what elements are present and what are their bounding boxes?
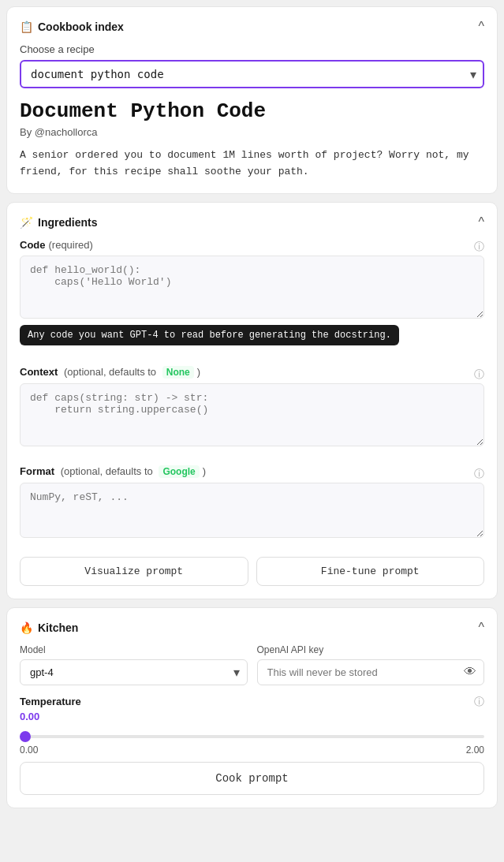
code-field-group: Code (required) ⓘ Any code you want GPT-…	[20, 239, 484, 353]
format-field-label: Format (optional, defaults to Google )	[20, 465, 206, 478]
code-field-label: Code (required)	[20, 239, 93, 251]
ingredients-collapse-icon[interactable]: ^	[478, 215, 484, 229]
code-tooltip: Any code you want GPT-4 to read before g…	[20, 325, 399, 345]
format-default-value: Google	[159, 465, 199, 478]
cookbook-collapse-icon[interactable]: ^	[478, 20, 484, 34]
kitchen-title-text: Kitchen	[38, 621, 78, 634]
format-closing: )	[203, 465, 206, 477]
context-field-row: Context (optional, defaults to None ) ⓘ	[20, 366, 484, 383]
slider-min: 0.00	[20, 744, 38, 756]
eye-icon[interactable]: 👁	[464, 665, 476, 679]
recipe-title: Document Python Code	[20, 99, 484, 123]
model-field: Model gpt-4 ▾	[20, 644, 248, 685]
kitchen-collapse-icon[interactable]: ^	[478, 621, 484, 635]
cook-prompt-button[interactable]: Cook prompt	[20, 762, 484, 795]
ingredients-icon: 🪄	[20, 216, 33, 229]
cookbook-header: 📋 Cookbook index ^	[20, 20, 484, 34]
kitchen-icon: 🔥	[20, 621, 33, 634]
code-label-text: Code	[20, 239, 46, 251]
format-field-row: Format (optional, defaults to Google ) ⓘ	[20, 465, 484, 483]
format-field-group: Format (optional, defaults to Google ) ⓘ	[20, 465, 484, 544]
temperature-value: 0.00	[20, 711, 484, 722]
model-select[interactable]: gpt-4	[20, 659, 248, 685]
format-textarea[interactable]	[20, 483, 484, 538]
api-key-wrapper: 👁	[257, 659, 485, 685]
model-label: Model	[20, 644, 248, 655]
api-key-field: OpenAI API key 👁	[257, 644, 485, 685]
ingredients-title-text: Ingredients	[38, 216, 97, 229]
finetune-prompt-button[interactable]: Fine-tune prompt	[256, 557, 485, 586]
code-textarea[interactable]	[20, 256, 484, 319]
ingredients-header: 🪄 Ingredients ^	[20, 215, 484, 229]
temperature-slider[interactable]	[20, 735, 484, 738]
temperature-label: Temperature	[20, 696, 81, 707]
choose-recipe-label: Choose a recipe	[20, 43, 484, 55]
recipe-select[interactable]: document_python_code	[20, 60, 484, 88]
cookbook-title: 📋 Cookbook index	[20, 21, 124, 33]
context-optional-text: (optional, defaults to	[61, 366, 159, 378]
context-info-icon[interactable]: ⓘ	[474, 368, 484, 382]
context-field-label: Context (optional, defaults to None )	[20, 366, 200, 379]
api-key-label: OpenAI API key	[257, 644, 485, 655]
context-textarea[interactable]	[20, 383, 484, 446]
recipe-author: By @nachollorca	[20, 126, 484, 138]
api-key-input[interactable]	[257, 659, 485, 685]
model-select-wrapper: gpt-4 ▾	[20, 659, 248, 685]
slider-wrapper	[20, 727, 484, 741]
cookbook-title-text: Cookbook index	[38, 21, 124, 33]
kitchen-grid: Model gpt-4 ▾ OpenAI API key 👁	[20, 644, 484, 685]
kitchen-section: 🔥 Kitchen ^ Model gpt-4 ▾ OpenAI API key…	[6, 607, 498, 808]
kitchen-title: 🔥 Kitchen	[20, 621, 78, 634]
recipe-description: A senior ordered you to document 1M line…	[20, 147, 484, 181]
recipe-select-wrapper: document_python_code ▾	[20, 60, 484, 88]
ingredients-title: 🪄 Ingredients	[20, 216, 97, 229]
format-info-icon[interactable]: ⓘ	[474, 467, 484, 481]
temperature-info-icon[interactable]: ⓘ	[474, 695, 484, 709]
temperature-header: Temperature ⓘ	[20, 695, 484, 709]
cookbook-icon: 📋	[20, 21, 33, 33]
context-default-value: None	[162, 366, 194, 379]
code-field-row: Code (required) ⓘ	[20, 239, 484, 256]
visualize-prompt-button[interactable]: Visualize prompt	[20, 557, 248, 586]
context-closing: )	[197, 366, 200, 378]
code-info-icon[interactable]: ⓘ	[474, 240, 484, 254]
cookbook-section: 📋 Cookbook index ^ Choose a recipe docum…	[6, 6, 498, 194]
code-required-text: (required)	[49, 239, 93, 251]
format-optional-text: (optional, defaults to	[58, 465, 155, 477]
context-label-text: Context	[20, 366, 58, 378]
ingredients-section: 🪄 Ingredients ^ Code (required) ⓘ Any co…	[6, 202, 498, 599]
slider-range: 0.00 2.00	[20, 744, 484, 756]
slider-max: 2.00	[466, 744, 484, 756]
kitchen-header: 🔥 Kitchen ^	[20, 621, 484, 635]
context-field-group: Context (optional, defaults to None ) ⓘ	[20, 366, 484, 453]
prompt-btn-row: Visualize prompt Fine-tune prompt	[20, 557, 484, 586]
format-label-text: Format	[20, 465, 54, 477]
